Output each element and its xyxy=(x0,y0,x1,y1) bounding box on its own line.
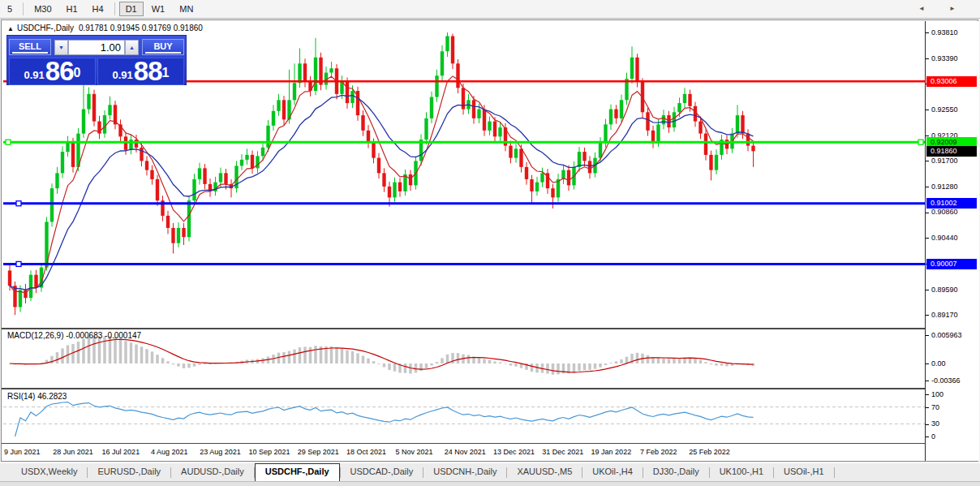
timeframe-button-m30[interactable]: M30 xyxy=(28,2,58,16)
chart-title: ▲USDCHF-,Daily0.91781 0.91945 0.91769 0.… xyxy=(7,24,203,32)
tab-usdchf-daily[interactable]: USDCHF-,Daily xyxy=(255,463,340,481)
timeframe-button-d1[interactable]: D1 xyxy=(119,2,144,16)
axis-tick: 0.00 xyxy=(926,359,946,368)
sell-button[interactable]: SELL xyxy=(9,39,51,55)
tab-usdcad-daily[interactable]: USDCAD-,Daily xyxy=(341,464,423,481)
date-label: 25 Feb 2022 xyxy=(689,448,730,456)
tab-usdx-weekly[interactable]: USDX,Weekly xyxy=(11,464,87,481)
panel-separator[interactable] xyxy=(2,388,977,389)
toolbar-separator xyxy=(114,2,115,15)
chart-symbol-period: USDCHF-,Daily xyxy=(17,24,74,32)
timeframe-button-w1[interactable]: W1 xyxy=(145,2,172,16)
macd-label: MACD(12,26,9) -0.000683 -0.000147 xyxy=(7,331,141,340)
date-label: 5 Nov 2021 xyxy=(395,448,432,456)
axis-tick: 0.90440 xyxy=(926,233,958,243)
date-axis[interactable]: 9 Jun 202128 Jun 202116 Jul 20214 Aug 20… xyxy=(2,445,925,461)
date-label: 23 Aug 2021 xyxy=(200,448,241,456)
timeframe-button-5[interactable]: 5 xyxy=(1,2,19,16)
buy-price-pip-digit: 1 xyxy=(162,58,170,88)
ma-slow-line xyxy=(10,95,754,290)
chart-tab-bar: USDX,WeeklyEURUSD-,DailyAUDUSD-,DailyUSD… xyxy=(0,462,980,481)
price-marker-0.91860: 0.91860 xyxy=(926,146,977,157)
date-label: 7 Feb 2022 xyxy=(640,448,677,456)
macd-panel xyxy=(3,330,925,388)
hline-handle[interactable] xyxy=(918,140,923,144)
tab-uk100-h1[interactable]: UK100-,H1 xyxy=(710,464,773,481)
sell-price-big-digits: 86 xyxy=(45,59,74,84)
tab-dj30-daily[interactable]: DJ30-,Daily xyxy=(643,464,709,481)
tab-xauusd-m5[interactable]: XAUUSD-,M5 xyxy=(507,464,582,481)
axis-tick: 100 xyxy=(926,389,943,399)
sell-price-display[interactable]: 0.91 86 0 xyxy=(9,58,96,85)
axis-tick: 0.89590 xyxy=(926,285,958,295)
bottom-strip xyxy=(0,481,980,486)
hline-handle[interactable] xyxy=(16,261,21,266)
rsi-label: RSI(14) 46.2823 xyxy=(7,392,67,401)
date-label: 4 Aug 2021 xyxy=(151,448,188,456)
axis-tick: 0.91280 xyxy=(926,182,958,191)
axis-tick: 0.93810 xyxy=(926,28,958,37)
volume-input[interactable] xyxy=(68,40,125,55)
date-label: 31 Dec 2021 xyxy=(542,448,583,456)
axis-tick: 0.005963 xyxy=(926,330,962,340)
axis-tick: 0.91700 xyxy=(926,156,958,166)
tab-usdcnh-daily[interactable]: USDCNH-,Daily xyxy=(423,464,506,481)
date-label: 18 Oct 2021 xyxy=(346,448,386,456)
tab-eurusd-daily[interactable]: EURUSD-,Daily xyxy=(88,464,170,481)
one-click-trading-panel: SELL ▼ ▲ BUY 0.91 86 0 0.91 88 1 xyxy=(6,35,187,85)
axis-tick: 0 xyxy=(926,432,935,441)
tab-ukoil-h4[interactable]: UKOil-,H4 xyxy=(582,464,643,481)
timeframe-button-h4[interactable]: H4 xyxy=(86,2,110,16)
panel-separator[interactable] xyxy=(2,328,977,329)
hline-handle[interactable] xyxy=(6,140,11,144)
sell-price-pip-digit: 0 xyxy=(74,58,81,88)
axis-tick: -0.00366 xyxy=(926,376,961,385)
date-label: 13 Dec 2021 xyxy=(493,448,535,456)
price-marker-0.91002: 0.91002 xyxy=(926,198,977,209)
axis-tick: 30 xyxy=(926,419,939,428)
tab-usoil-h1[interactable]: USOil-,H1 xyxy=(774,464,834,481)
toolbar-separator xyxy=(23,2,24,15)
chart-ohlc-values: 0.91781 0.91945 0.91769 0.91860 xyxy=(79,24,203,32)
buy-price-display[interactable]: 0.91 88 1 xyxy=(97,58,184,85)
tab-audusd-daily[interactable]: AUDUSD-,Daily xyxy=(171,464,254,481)
date-label: 19 Jan 2022 xyxy=(591,448,632,456)
volume-decrease-button[interactable]: ▼ xyxy=(54,40,68,55)
date-label: 28 Jun 2021 xyxy=(53,448,93,456)
sell-price-prefix: 0.91 xyxy=(24,67,45,84)
price-marker-0.93006: 0.93006 xyxy=(926,76,977,87)
buy-button[interactable]: BUY xyxy=(142,39,184,55)
date-label: 16 Jul 2021 xyxy=(102,448,140,456)
axis-tick: 0.93390 xyxy=(926,54,958,63)
buy-price-prefix: 0.91 xyxy=(113,67,133,84)
buy-price-big-digits: 88 xyxy=(134,59,162,84)
price-marker-0.90007: 0.90007 xyxy=(926,259,977,269)
mt4-terminal: 5M30H1H4D1W1MN ▲USDCHF-,Daily0.91781 0.9… xyxy=(0,0,980,486)
rsi-panel xyxy=(3,390,925,443)
tab-separator xyxy=(834,467,835,478)
timeframe-button-mn[interactable]: MN xyxy=(173,2,200,16)
date-label: 29 Sep 2021 xyxy=(298,448,339,456)
panel-separator xyxy=(2,443,977,444)
hline-handle[interactable] xyxy=(16,201,21,206)
tab-scroll-arrows[interactable]: ◄ ► xyxy=(918,5,967,12)
axis-tick: 70 xyxy=(926,402,939,412)
volume-increase-button[interactable]: ▲ xyxy=(125,40,139,55)
price-axis[interactable]: 0.938100.933900.929700.925500.921200.917… xyxy=(926,21,979,461)
collapse-chart-icon[interactable]: ▲ xyxy=(7,25,14,32)
date-label: 9 Jun 2021 xyxy=(4,448,41,456)
axis-tick: 0.92550 xyxy=(926,105,958,114)
date-label: 10 Sep 2021 xyxy=(249,448,290,456)
timeframe-button-h1[interactable]: H1 xyxy=(60,2,84,16)
date-label: 24 Nov 2021 xyxy=(445,448,486,456)
axis-tick: 0.89170 xyxy=(926,310,958,320)
timeframe-toolbar: 5M30H1H4D1W1MN xyxy=(0,0,980,19)
